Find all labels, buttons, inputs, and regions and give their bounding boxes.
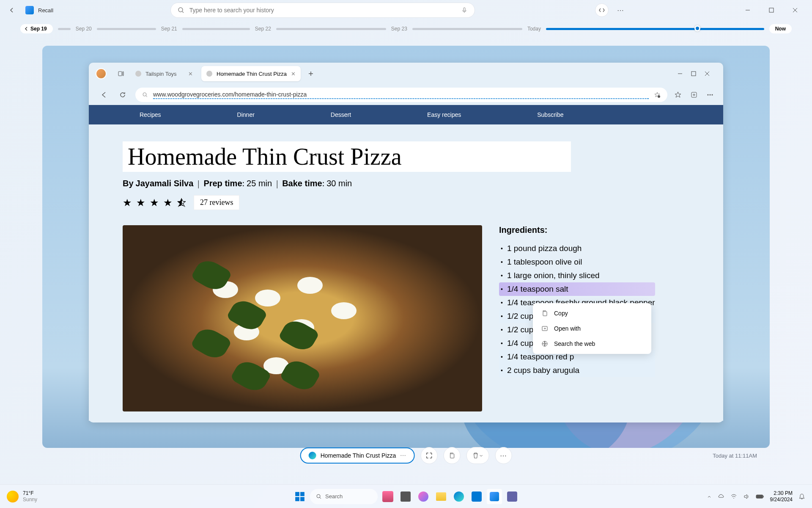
star-icon: ★ (136, 197, 145, 209)
close-button[interactable] (788, 3, 802, 17)
more-icon[interactable]: ⋯ (400, 452, 406, 459)
browser-minimize[interactable] (678, 71, 683, 76)
taskbar-recall[interactable] (487, 489, 502, 504)
taskbar-copilot[interactable] (416, 489, 431, 504)
context-copy[interactable]: Copy (535, 306, 649, 321)
close-tab-button[interactable]: ✕ (291, 71, 296, 77)
battery-icon[interactable] (756, 494, 764, 499)
recall-app-icon (25, 6, 34, 14)
taskbar-search[interactable]: Search (310, 489, 378, 504)
nav-link[interactable]: Dinner (237, 111, 255, 118)
date-label: Sep 22 (255, 26, 271, 32)
nav-link[interactable]: Easy recipes (427, 111, 461, 118)
now-button[interactable]: Now (769, 24, 792, 33)
favorite-icon[interactable] (654, 91, 661, 98)
weather-widget[interactable]: 71°F Sunny (7, 490, 37, 502)
snapshot-app-pill[interactable]: Homemade Thin Crust Pizza ⋯ (300, 447, 415, 464)
browser-more-icon[interactable] (706, 91, 714, 99)
copy-button[interactable] (443, 447, 460, 464)
timeline-today-track[interactable] (546, 28, 764, 30)
browser-refresh-button[interactable] (117, 89, 129, 101)
browser-close[interactable] (705, 71, 710, 76)
list-item: 1 tablespoon olive oil (499, 255, 655, 269)
svg-point-12 (708, 94, 709, 96)
ingredients-heading: Ingredients: (499, 225, 655, 235)
nav-link[interactable]: Dessert (331, 111, 351, 118)
star-icon: ★ (163, 197, 173, 209)
recipe-image (123, 225, 482, 411)
favorites-icon[interactable] (674, 91, 682, 99)
tab-groups-icon (118, 70, 124, 77)
onedrive-icon[interactable] (718, 493, 724, 500)
clock[interactable]: 2:30 PM 9/24/2024 (770, 490, 793, 502)
nav-link[interactable]: Recipes (140, 111, 161, 118)
minimize-button[interactable] (741, 3, 754, 17)
chevron-up-icon[interactable] (707, 494, 712, 499)
timeline-segment[interactable] (58, 28, 71, 30)
browser-tab-active[interactable]: Homemade Thin Crust Pizza ✕ (201, 66, 301, 81)
start-button[interactable] (292, 489, 307, 504)
page-title: Homemade Thin Crust Pizza (123, 141, 571, 172)
microphone-icon[interactable] (461, 7, 468, 14)
code-button[interactable] (595, 3, 609, 17)
chevron-down-icon (479, 453, 483, 458)
browser-maximize[interactable] (691, 71, 696, 76)
timeline-segment[interactable] (97, 28, 156, 30)
taskbar-app[interactable] (398, 489, 413, 504)
timeline[interactable]: Sep 19 Sep 20 Sep 21 Sep 22 Sep 23 Today… (0, 20, 812, 37)
back-button[interactable] (7, 5, 17, 15)
new-tab-button[interactable] (304, 67, 318, 80)
svg-rect-2 (769, 8, 774, 12)
browser-back-button[interactable] (98, 89, 110, 101)
reviews-count[interactable]: 27 reviews (194, 195, 239, 210)
svg-rect-8 (691, 72, 696, 76)
favicon (206, 71, 212, 77)
search-input[interactable] (189, 7, 456, 14)
history-search-box[interactable] (170, 3, 475, 18)
browser-window: Tailspin Toys ✕ Homemade Thin Crust Pizz… (89, 63, 723, 422)
notifications-icon[interactable] (798, 493, 805, 500)
collections-icon[interactable] (690, 91, 698, 99)
date-label: Sep 23 (391, 26, 407, 32)
more-icon: ⋯ (500, 452, 507, 460)
address-bar[interactable]: www.woodgrovegroceries.com/homemade-thin… (135, 88, 667, 102)
timeline-segment[interactable] (276, 28, 386, 30)
tab-groups-button[interactable] (115, 68, 127, 80)
maximize-button[interactable] (765, 3, 778, 17)
list-item: 1 pound pizza dough (499, 242, 655, 255)
delete-button[interactable] (466, 447, 489, 464)
crop-button[interactable] (420, 447, 437, 464)
context-search-web[interactable]: Search the web (535, 336, 649, 351)
taskbar-edge[interactable] (451, 489, 466, 504)
volume-icon[interactable] (743, 493, 750, 500)
svg-point-14 (712, 94, 713, 96)
timeline-playhead[interactable] (694, 25, 700, 31)
taskbar-store[interactable] (469, 489, 484, 504)
more-button[interactable]: ⋯ (617, 6, 624, 14)
snapshot-title: Homemade Thin Crust Pizza (321, 452, 396, 459)
search-icon (316, 494, 322, 500)
svg-rect-25 (763, 496, 764, 497)
taskbar-explorer[interactable] (433, 489, 449, 504)
temperature: 71°F (23, 490, 37, 496)
context-open-with[interactable]: Open with (535, 321, 649, 336)
wifi-icon[interactable] (730, 493, 737, 500)
search-web-icon (541, 340, 548, 347)
more-actions-button[interactable]: ⋯ (495, 447, 512, 464)
nav-link[interactable]: Subscribe (537, 111, 563, 118)
search-icon (142, 92, 148, 98)
browser-tab[interactable]: Tailspin Toys ✕ (130, 66, 198, 81)
current-date-pill[interactable]: Sep 19 (20, 24, 53, 33)
favicon (135, 71, 141, 77)
list-item-selected: 1/4 teaspoon salt (499, 282, 655, 296)
svg-rect-20 (300, 492, 304, 496)
timeline-segment[interactable] (412, 28, 522, 30)
taskbar-teams[interactable] (505, 489, 520, 504)
close-tab-button[interactable]: ✕ (188, 71, 193, 77)
taskbar-app[interactable] (380, 489, 395, 504)
timeline-segment[interactable] (182, 28, 250, 30)
snapshot-viewport: Tailspin Toys ✕ Homemade Thin Crust Pizz… (42, 46, 770, 448)
profile-avatar[interactable] (96, 68, 107, 79)
svg-rect-7 (123, 72, 123, 76)
crop-icon (425, 452, 433, 459)
